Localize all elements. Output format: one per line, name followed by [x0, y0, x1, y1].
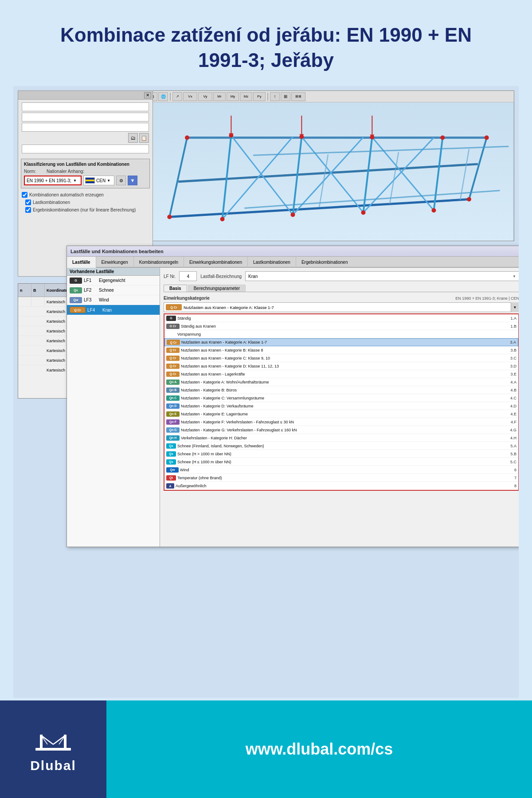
input-3[interactable] — [22, 123, 149, 132]
lf3-name: Wind — [99, 297, 109, 302]
svg-point-25 — [485, 136, 489, 140]
cat-row-qcr-b[interactable]: Q Cr Nutzlasten aus Kranen - Kategorie B… — [164, 346, 518, 354]
page-wrapper: Kombinace zatížení od jeřábu: EN 1990 + … — [0, 0, 532, 798]
ek-checkbox[interactable] — [25, 207, 31, 213]
lf3-id: LF3 — [84, 297, 97, 302]
cat-row-qnc[interactable]: Qn C Nutzlasten - Kategorie C: Versammlu… — [164, 394, 518, 402]
col-header-b: B — [31, 284, 45, 297]
bezeichnung-field[interactable]: Kran ▼ — [245, 271, 519, 281]
lf3-badge: Qw — [70, 297, 82, 303]
tb-btn-10[interactable]: ↑ — [270, 92, 280, 101]
input-2[interactable] — [22, 113, 149, 121]
lf-row-3[interactable]: Qw LF3 Wind — [67, 295, 160, 305]
cat-row-a[interactable]: A Außergewöhnlich 8 — [164, 482, 518, 490]
filter-icon-btn[interactable]: ▼ — [128, 176, 137, 185]
checkbox-row-1: Kombinationen automatisch erzeugen — [18, 191, 153, 199]
close-button[interactable]: ✕ — [144, 92, 151, 98]
col-header-empty: n — [18, 284, 31, 297]
svg-point-23 — [432, 208, 436, 213]
cat-row-qcr-c[interactable]: Q Cr Nutzlasten aus Kranen - Kategorie C… — [164, 354, 518, 362]
category-list: G Ständig 1.A G Cr Ständig aus Kranen 1.… — [164, 313, 519, 491]
tb-btn-3[interactable]: ↗ — [172, 92, 182, 101]
tb-btn-4[interactable]: Vx — [183, 92, 197, 101]
sub-tab-basis[interactable]: Basis — [164, 285, 187, 292]
tb-btn-6[interactable]: Mr — [213, 92, 226, 101]
lf-row-4[interactable]: Q Cr LF4 Kran — [67, 305, 160, 315]
tb-btn-11[interactable]: ⊞ — [281, 92, 290, 101]
cat-row-vorspannung[interactable]: Vorspannung — [164, 330, 518, 338]
dialog-tab-bar: Lastfälle Einwirkungen Kombinationsregel… — [67, 257, 519, 268]
cat-row-qs-c[interactable]: Qs Schnee (H ≤ 1000 m über NN) 5.C — [164, 458, 518, 466]
logo-text: Dlubal — [30, 758, 76, 773]
website-area: www.dlubal.com/cs — [106, 700, 532, 798]
tb-btn-5[interactable]: Vy — [198, 92, 212, 101]
screenshot-area: ⊞ 🌐 ↗ Vx Vy Mr My Mz Py ↑ ⊞ ⊞⊞ — [13, 86, 519, 698]
svg-line-44 — [53, 735, 65, 744]
tab-einwirkungen[interactable]: Einwirkungen — [96, 257, 134, 268]
cen-dropdown[interactable]: CEN ▼ — [83, 176, 114, 185]
logo-area: Dlubal — [0, 700, 106, 798]
lk-checkbox[interactable] — [25, 200, 31, 205]
tab-ergebniskombinationen[interactable]: Ergebniskombinationen — [296, 257, 353, 268]
tb-btn-2[interactable]: 🌐 — [158, 92, 168, 101]
category-top-dropdown[interactable]: Q Cr Nutzlasten aus Kranen - Kategorie A… — [164, 302, 519, 312]
einwirkungs-label: Einwirkungskategorie — [164, 296, 210, 301]
dlubal-logo-icon — [33, 726, 73, 755]
tb-separator2 — [170, 93, 171, 101]
dialog-title: Lastfälle und Kombinationen bearbeiten — [67, 246, 519, 257]
lf4-id: LF4 — [87, 308, 101, 313]
detail-panel: LF Nr. 4 Lastfall-Bezeichnung Kran ▼ Bas… — [160, 268, 519, 547]
input-4[interactable] — [22, 145, 149, 153]
settings-icon-btn[interactable]: ⚙ — [116, 176, 126, 185]
tab-lastkombinationen[interactable]: Lastkombinationen — [248, 257, 296, 268]
lf4-badge: Q Cr — [70, 307, 86, 313]
norm-label: Norm: — [24, 169, 44, 174]
tb-btn-7[interactable]: My — [227, 92, 239, 101]
lf-row-2[interactable]: Qs LF2 Schnee — [67, 286, 160, 295]
cat-row-qs-a[interactable]: Qs Schnee (Finnland, Island, Norwegen, S… — [164, 442, 518, 450]
cat-row-qng[interactable]: Qn G Nutzlasten - Kategorie G: Verkehrsl… — [164, 426, 518, 434]
checkbox-row-2: Lastkombinationen — [18, 199, 153, 206]
eu-flag — [85, 177, 95, 184]
einwirkungs-header: Einwirkungskategorie EN 1990 + EN 1991-3… — [164, 296, 519, 301]
cat-row-qne[interactable]: Qn E Nutzlasten - Kategorie E: Lagerräum… — [164, 410, 518, 418]
lf-row-1[interactable]: G LF1 Eigengewicht — [67, 276, 160, 286]
dropdown-arrow[interactable]: ▼ — [511, 302, 519, 312]
tab-einwirkungskombinationen[interactable]: Einwirkungskombinationen — [184, 257, 248, 268]
tb-btn-12[interactable]: ⊞⊞ — [291, 92, 305, 101]
icon-btn-2[interactable]: 📋 — [139, 133, 149, 143]
lf2-id: LF2 — [84, 288, 97, 293]
lf-nr-label: LF Nr. — [164, 274, 176, 279]
auto-combo-checkbox[interactable] — [22, 192, 27, 198]
cat-row-qna[interactable]: Qn A Nutzlasten - Kategorie A: Wohn/Aufe… — [164, 378, 518, 386]
input-1[interactable] — [22, 102, 149, 111]
website-text: www.dlubal.com/cs — [246, 740, 393, 759]
cat-row-qcr-e[interactable]: Q Cr Nutzlasten aus Kranen - Lagerkräfte… — [164, 370, 518, 378]
anhang-label: Nationaler Anhang: — [47, 169, 84, 174]
norm-section-title: Klassifizierung von Lastfällen und Kombi… — [24, 162, 147, 167]
structure-view — [142, 102, 514, 241]
qcr-badge-top: Q Cr — [166, 304, 182, 310]
tab-kombinationsregeln[interactable]: Kombinationsregeln — [134, 257, 184, 268]
lf-list-header: Vorhandene Lastfälle — [67, 268, 160, 276]
sub-tab-berechnung[interactable]: Berechnungsparameter — [188, 285, 246, 292]
cat-row-qt[interactable]: Qt Temperatur (ohne Brand) 7 — [164, 474, 518, 482]
svg-line-42 — [41, 735, 53, 744]
cat-row-qnd[interactable]: Qn D Nutzlasten - Kategorie D: Verkaufsr… — [164, 402, 518, 410]
cat-row-qcr-a[interactable]: Q Cr Nutzlasten aus Kranen - Kategorie A… — [164, 338, 518, 346]
lf-nr-field[interactable]: 4 — [179, 271, 197, 281]
norm-dropdown[interactable]: EN 1990 + EN 1991-3; ▼ — [24, 176, 82, 185]
cat-row-qcr-d[interactable]: Q Cr Nutzlasten aus Kranen - Kategorie D… — [164, 362, 518, 370]
cat-row-qs-b[interactable]: Qs Schnee (H > 1000 m über NN) 5.B — [164, 450, 518, 458]
tab-lastfaelle[interactable]: Lastfälle — [67, 257, 96, 268]
norm-section: Klassifizierung von Lastfällen und Kombi… — [21, 159, 150, 188]
cat-row-qw[interactable]: Qw Wind 6 — [164, 466, 518, 474]
cat-row-standig[interactable]: G Ständig 1.A — [164, 314, 518, 322]
cat-row-qnb[interactable]: Qn B Nutzlasten - Kategorie B: Büros 4.B — [164, 386, 518, 394]
icon-btn-1[interactable]: 🗂 — [128, 133, 138, 143]
cat-row-qnh[interactable]: Qn H Verkehrslasten - Kategorie H: Däche… — [164, 434, 518, 442]
tb-btn-9[interactable]: Py — [253, 92, 266, 101]
cat-row-standig-kranen[interactable]: G Cr Ständig aus Kranen 1.B — [164, 322, 518, 330]
cat-row-qnf[interactable]: Qn F Nutzlasten - Kategorie F: Verkehrsl… — [164, 418, 518, 426]
tb-btn-8[interactable]: Mz — [240, 92, 252, 101]
